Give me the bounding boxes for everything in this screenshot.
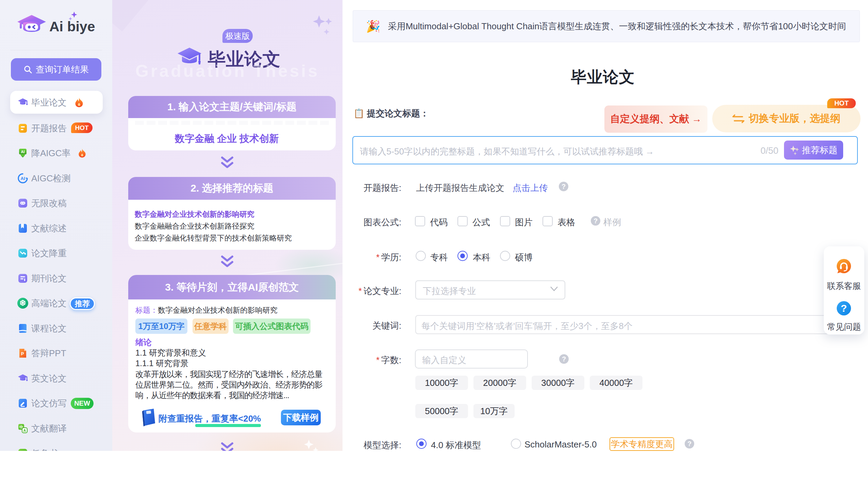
svg-text:AI: AI: [21, 150, 25, 154]
svg-text:A: A: [23, 428, 26, 432]
svg-text:AI: AI: [21, 176, 25, 181]
svg-text:P: P: [21, 351, 24, 356]
